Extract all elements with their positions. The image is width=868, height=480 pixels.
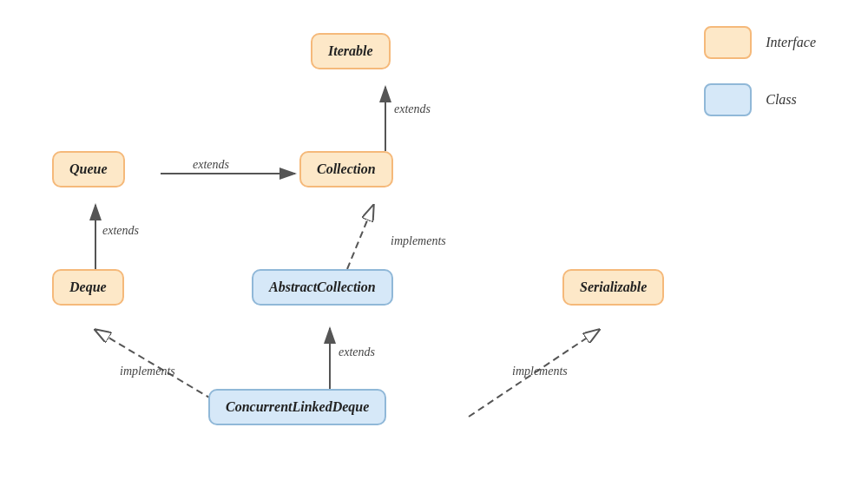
- label-implements-collection: implements: [391, 234, 446, 248]
- node-abstract-collection: AbstractCollection: [252, 269, 393, 306]
- legend-class-box: [704, 83, 752, 116]
- node-collection: Collection: [299, 151, 393, 187]
- node-queue: Queue: [52, 151, 125, 187]
- label-extends-abstract: extends: [339, 345, 375, 359]
- label-implements-serializable: implements: [512, 365, 568, 378]
- legend-class-item: Class: [704, 83, 816, 116]
- label-implements-deque: implements: [120, 365, 175, 378]
- legend-interface-label: Interface: [766, 35, 816, 50]
- node-serializable: Serializable: [562, 269, 664, 306]
- node-concurrent-linked-deque: ConcurrentLinkedDeque: [208, 389, 386, 425]
- label-extends-collection: extends: [193, 158, 229, 172]
- label-extends-iterable: extends: [394, 102, 431, 116]
- legend-class-label: Class: [766, 92, 797, 108]
- legend: Interface Class: [704, 26, 816, 141]
- legend-interface-item: Interface: [704, 26, 816, 59]
- svg-line-5: [347, 206, 373, 269]
- node-deque: Deque: [52, 269, 124, 306]
- diagram-container: Iterable Collection Queue Deque Abstract…: [0, 0, 868, 480]
- label-extends-queue: extends: [102, 224, 139, 238]
- node-iterable: Iterable: [311, 33, 391, 69]
- legend-interface-box: [704, 26, 752, 59]
